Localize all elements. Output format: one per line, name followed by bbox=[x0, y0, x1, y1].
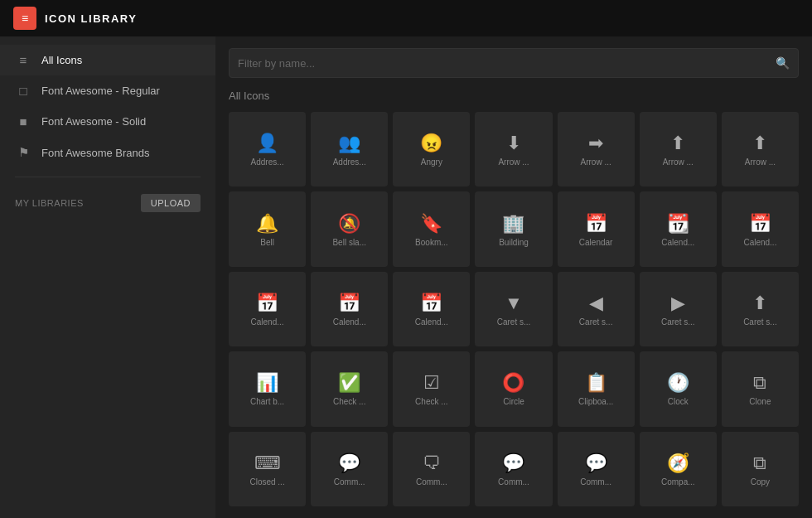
icon-cell[interactable]: ⬇Arrow ... bbox=[475, 112, 552, 186]
sidebar-footer: MY LIBRARIES UPLOAD bbox=[0, 186, 215, 220]
icon-symbol: ◀ bbox=[589, 294, 603, 312]
icon-cell[interactable]: 📊Chart b... bbox=[229, 351, 306, 426]
icon-label: Comm... bbox=[496, 477, 531, 487]
icon-cell[interactable]: ⬆Arrow ... bbox=[722, 112, 799, 186]
icon-cell[interactable]: ⧉Clone bbox=[722, 351, 799, 426]
sidebar-item-fa-regular[interactable]: □ Font Awesome - Regular bbox=[0, 75, 215, 106]
icon-symbol: 👥 bbox=[338, 134, 360, 152]
icon-cell[interactable]: 👥Addres... bbox=[311, 112, 388, 186]
icon-cell[interactable]: 📋Clipboa... bbox=[558, 351, 635, 426]
icon-symbol: ⌨ bbox=[254, 454, 281, 472]
fa-solid-icon: ■ bbox=[15, 114, 31, 128]
icon-label: Bookm... bbox=[413, 238, 449, 247]
icon-symbol: 📆 bbox=[667, 215, 689, 233]
icon-label: Circle bbox=[501, 397, 526, 406]
icon-cell[interactable]: 📅Calend... bbox=[722, 191, 799, 266]
icon-cell[interactable]: 📆Calend... bbox=[640, 191, 717, 266]
icon-symbol: 🏢 bbox=[502, 215, 524, 233]
icon-label: Angry bbox=[419, 157, 444, 167]
icon-label: Clipboa... bbox=[577, 397, 615, 406]
icon-symbol: ⬇ bbox=[506, 134, 521, 152]
icon-symbol: 🔔 bbox=[256, 215, 278, 233]
icon-cell[interactable]: ⬆Caret s... bbox=[722, 272, 799, 346]
icon-cell[interactable]: 📅Calendar bbox=[558, 191, 635, 266]
search-input[interactable] bbox=[238, 57, 776, 70]
icon-cell[interactable]: 💬Comm... bbox=[475, 432, 552, 506]
icon-label: Bell bbox=[259, 238, 276, 247]
icon-symbol: ▶ bbox=[671, 294, 685, 312]
icon-symbol: 🧭 bbox=[667, 454, 689, 472]
icon-cell[interactable]: ⌨Closed ... bbox=[229, 432, 306, 506]
icon-cell[interactable]: 💬Comm... bbox=[311, 432, 388, 506]
icon-label: Clone bbox=[747, 397, 772, 406]
icon-cell[interactable]: 🔔Bell bbox=[229, 191, 306, 266]
icon-label: Addres... bbox=[249, 157, 286, 167]
icon-symbol: 🔕 bbox=[338, 215, 360, 233]
icon-label: Bell sla... bbox=[331, 238, 368, 247]
icon-cell[interactable]: 🏢Building bbox=[475, 191, 552, 266]
section-heading: All Icons bbox=[229, 90, 799, 102]
icon-cell[interactable]: 🕐Clock bbox=[640, 351, 717, 426]
icon-cell[interactable]: ⭕Circle bbox=[475, 351, 552, 426]
sidebar-item-label: All Icons bbox=[41, 54, 82, 66]
icon-symbol: 📅 bbox=[420, 294, 442, 312]
topbar: ≡ ICON LIBRARY bbox=[0, 0, 812, 36]
icon-cell[interactable]: 🗨Comm... bbox=[393, 432, 470, 506]
icon-symbol: ➡ bbox=[588, 134, 603, 152]
my-libraries-label: MY LIBRARIES bbox=[15, 198, 84, 208]
icon-symbol: ✅ bbox=[338, 374, 360, 392]
sidebar-divider bbox=[15, 177, 201, 177]
icon-symbol: ⧉ bbox=[753, 454, 766, 472]
icon-label: Arrow ... bbox=[661, 157, 695, 167]
icon-label: Compa... bbox=[660, 477, 697, 487]
icon-cell[interactable]: 💬Comm... bbox=[558, 432, 635, 506]
icon-label: Calend... bbox=[660, 238, 696, 247]
sidebar-item-label: Font Awesome - Solid bbox=[41, 115, 146, 128]
icon-symbol: 🕐 bbox=[667, 374, 689, 392]
main-layout: ≡ All Icons □ Font Awesome - Regular ■ F… bbox=[0, 36, 812, 518]
icon-symbol: ⬆ bbox=[752, 134, 767, 152]
icon-cell[interactable]: ✅Check ... bbox=[311, 351, 388, 426]
icon-symbol: 📅 bbox=[585, 215, 607, 233]
icon-label: Calend... bbox=[249, 317, 286, 327]
icon-symbol: ⬆ bbox=[670, 134, 685, 152]
icon-label: Caret s... bbox=[660, 317, 697, 327]
icon-cell[interactable]: ☑Check ... bbox=[393, 351, 470, 426]
search-bar: 🔍 bbox=[229, 48, 799, 78]
sidebar-item-all-icons[interactable]: ≡ All Icons bbox=[0, 45, 215, 75]
icon-cell[interactable]: 😠Angry bbox=[393, 112, 470, 186]
icon-cell[interactable]: 🔖Bookm... bbox=[393, 191, 470, 266]
icon-cell[interactable]: 📅Calend... bbox=[393, 272, 470, 346]
icon-label: Calend... bbox=[331, 317, 368, 327]
icon-symbol: 💬 bbox=[585, 454, 607, 472]
icon-symbol: ▼ bbox=[505, 294, 523, 312]
icon-label: Clock bbox=[666, 397, 690, 406]
sidebar-item-label: Font Awesome - Regular bbox=[41, 85, 160, 97]
icon-cell[interactable]: 👤Addres... bbox=[229, 112, 306, 186]
icon-cell[interactable]: ▼Caret s... bbox=[475, 272, 552, 346]
app-title: ICON LIBRARY bbox=[45, 12, 137, 25]
sidebar-item-fa-brands[interactable]: ⚑ Font Awesome Brands bbox=[0, 137, 215, 168]
icon-label: Comm... bbox=[578, 477, 613, 487]
upload-button[interactable]: UPLOAD bbox=[141, 194, 201, 212]
icon-symbol: 📋 bbox=[585, 374, 607, 392]
icon-cell[interactable]: ➡Arrow ... bbox=[558, 112, 635, 186]
icon-cell[interactable]: 📅Calend... bbox=[229, 272, 306, 346]
icon-cell[interactable]: ⬆Arrow ... bbox=[640, 112, 717, 186]
all-icons-icon: ≡ bbox=[15, 53, 31, 67]
fa-regular-icon: □ bbox=[15, 84, 31, 98]
sidebar-item-fa-solid[interactable]: ■ Font Awesome - Solid bbox=[0, 106, 215, 137]
icon-label: Arrow ... bbox=[743, 157, 777, 167]
icon-cell[interactable]: ⧉Copy bbox=[722, 432, 799, 506]
icon-cell[interactable]: 🧭Compa... bbox=[640, 432, 717, 506]
icon-label: Caret s... bbox=[742, 317, 779, 327]
icon-cell[interactable]: ▶Caret s... bbox=[640, 272, 717, 346]
icon-cell[interactable]: 📅Calend... bbox=[311, 272, 388, 346]
icon-symbol: ⧉ bbox=[753, 374, 766, 392]
icon-cell[interactable]: 🔕Bell sla... bbox=[311, 191, 388, 266]
app-logo: ≡ bbox=[13, 7, 36, 30]
icon-symbol: ☑ bbox=[423, 374, 440, 392]
icon-symbol: 📊 bbox=[256, 374, 278, 392]
icon-symbol: 💬 bbox=[338, 454, 360, 472]
icon-cell[interactable]: ◀Caret s... bbox=[558, 272, 635, 346]
